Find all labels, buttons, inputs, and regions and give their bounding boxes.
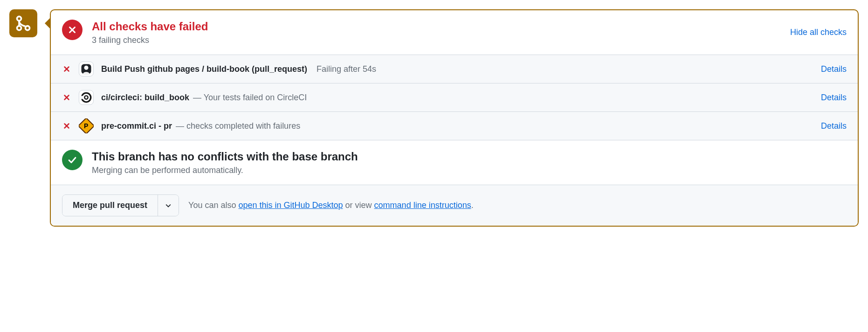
check-details-link[interactable]: Details xyxy=(821,93,847,103)
panel-caret xyxy=(45,18,50,29)
merge-status-panel: All checks have failed 3 failing checks … xyxy=(50,9,859,227)
open-github-desktop-link[interactable]: open this in GitHub Desktop xyxy=(238,201,343,210)
merge-status-section: This branch has no conflicts with the ba… xyxy=(51,140,858,185)
svg-point-7 xyxy=(85,97,88,99)
checks-subtitle: 3 failing checks xyxy=(92,35,781,45)
check-desc: — checks completed with failures xyxy=(176,121,300,131)
svg-point-0 xyxy=(17,16,21,21)
status-failed-icon xyxy=(62,20,83,40)
check-desc: — Your tests failed on CircleCI xyxy=(193,93,307,103)
fail-x-icon xyxy=(62,121,71,131)
check-details-link[interactable]: Details xyxy=(821,64,847,74)
check-name: pre-commit.ci - pr xyxy=(101,121,172,131)
fail-x-icon xyxy=(62,93,71,102)
check-icon xyxy=(67,155,77,165)
check-row: P pre-commit.ci - pr — checks completed … xyxy=(51,111,858,140)
check-details-link[interactable]: Details xyxy=(821,121,847,131)
svg-point-4 xyxy=(84,66,89,70)
github-actions-icon xyxy=(79,62,94,76)
merge-footer-text: You can also open this in GitHub Desktop… xyxy=(188,201,474,210)
footer-suffix: . xyxy=(471,201,474,210)
check-time: Failing after 54s xyxy=(317,64,376,74)
status-success-icon xyxy=(62,150,83,170)
fail-x-icon xyxy=(62,64,71,74)
check-row: ci/circleci: build_book — Your tests fai… xyxy=(51,83,858,111)
check-list: Build Push github pages / build-book (pu… xyxy=(51,55,858,140)
checks-header: All checks have failed 3 failing checks … xyxy=(51,10,858,55)
x-icon xyxy=(67,25,77,35)
merge-subtitle: Merging can be performed automatically. xyxy=(92,166,847,175)
check-row: Build Push github pages / build-book (pu… xyxy=(51,55,858,83)
svg-rect-9 xyxy=(80,96,83,99)
footer-mid: or view xyxy=(343,201,374,210)
timeline-merge-badge xyxy=(9,9,37,37)
merge-title: This branch has no conflicts with the ba… xyxy=(92,150,847,164)
merge-button-group: Merge pull request xyxy=(62,194,179,216)
chevron-down-icon xyxy=(165,203,171,208)
merge-pull-request-button[interactable]: Merge pull request xyxy=(62,195,158,216)
hide-all-checks-link[interactable]: Hide all checks xyxy=(790,28,847,37)
checks-title: All checks have failed xyxy=(92,20,781,34)
merge-options-dropdown[interactable] xyxy=(158,195,179,216)
check-name: Build Push github pages / build-book (pu… xyxy=(101,64,307,74)
circleci-icon xyxy=(79,90,94,105)
footer-prefix: You can also xyxy=(188,201,238,210)
git-merge-icon xyxy=(15,15,32,32)
check-name: ci/circleci: build_book xyxy=(101,93,189,103)
command-line-instructions-link[interactable]: command line instructions xyxy=(374,201,471,210)
precommit-icon: P xyxy=(79,118,94,133)
svg-point-1 xyxy=(17,26,21,30)
merge-footer: Merge pull request You can also open thi… xyxy=(51,185,858,226)
